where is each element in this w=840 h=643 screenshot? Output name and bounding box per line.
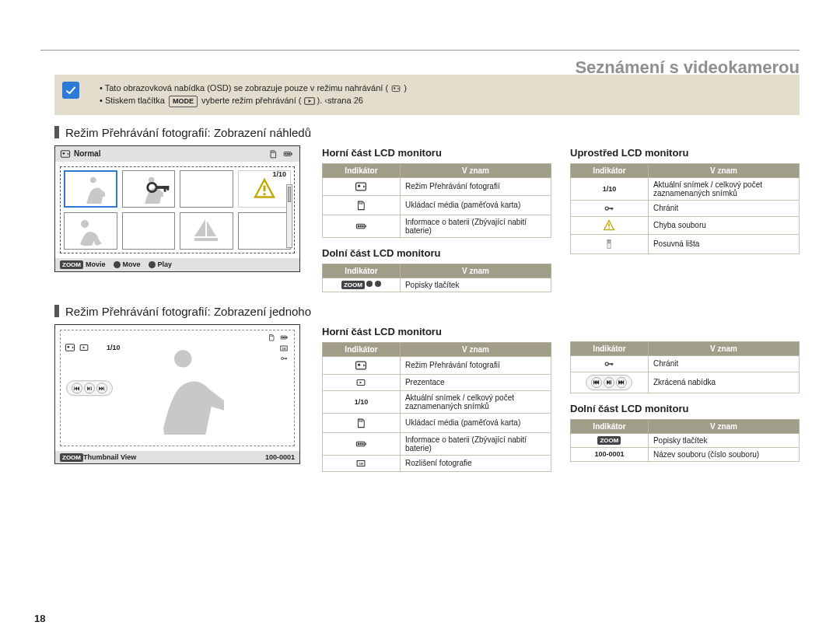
table-row: ⏮⏯⏭Zkrácená nabídka [571,372,800,393]
battery-icon [353,221,369,232]
note-line-1: • Tato obrazovková nabídka (OSD) se zobr… [100,82,790,95]
slideshow-icon [79,342,89,353]
header-rule [40,50,800,51]
sd-card-icon [355,416,366,430]
table-row: Chránit [571,355,800,372]
table-row: Režim Přehrávání fotografií [323,356,551,374]
camera-mode-icon [390,84,401,93]
scrollbar-icon [604,237,614,251]
s2-left-heading: Horní část LCD monitoru [322,326,551,337]
table-row: Prezentace [323,374,551,390]
sd-card-icon [268,149,278,159]
thumbnail-scrollbar[interactable] [286,184,292,248]
s2-right-heading: Dolní část LCD monitoru [570,403,800,414]
zoom-badge: ZOOM [60,260,83,269]
thumb-5[interactable] [64,212,117,250]
resolution-icon [353,458,369,469]
lcd-single-preview: 1/10 ⏮ [54,324,300,464]
table-row: Informace o baterii (Zbývající nabití ba… [323,432,551,455]
table-row: Chyba souboru [571,216,800,234]
nav-play-icon[interactable]: ⏯ [84,383,95,394]
move-dot-icon [114,261,121,268]
nav-prev-icon[interactable]: ⏮ [72,383,82,394]
s2-right-top-table: IndikátorV znam Chránit ⏮⏯⏭Zkrácená nabí… [570,341,800,393]
photo-play-icon [354,180,368,193]
table-row: 1/10Aktuální snímek / celkový počet zazn… [323,390,551,413]
zoom-badge-icon: ZOOM [341,281,365,289]
section-2-heading: Režim Přehrávání fotografií: Zobrazení j… [54,305,800,318]
photo-play-icon [60,149,71,159]
mode-pill: MODE [169,96,198,107]
table-row: Posuvná lišta [571,234,800,253]
thumb-2[interactable] [122,170,176,208]
thumb-3[interactable] [180,170,233,208]
nav-cluster-icon: ⏮⏯⏭ [586,375,632,390]
photo-play-icon [354,359,368,372]
manual-page: Seznámení s videokamerou 18 • Tato obraz… [0,0,840,643]
section-1-heading: Režim Přehrávání fotografií: Zobrazení n… [54,126,800,139]
thumbnail-view-label: Thumbnail View [83,453,136,461]
zoom-badge: ZOOM [60,453,83,462]
table-row: Chránit [571,200,800,216]
svg-marker-29 [308,100,311,103]
thumb-6[interactable] [122,212,176,250]
resolution-icon [278,344,290,353]
s2-left-table: IndikátorV znam Režim Přehrávání fotogra… [322,342,551,472]
key-icon [601,358,617,369]
play-label: Play [158,260,173,268]
battery-icon [278,334,290,341]
table-row: Režim Přehrávání fotografií [323,177,551,195]
battery-icon [353,439,369,449]
table-row: Ukládací média (paměťová karta) [323,413,551,432]
top-lcd-table: IndikátorV znam Režim Přehrávání fotogra… [322,163,551,238]
s2-right-bot-table: IndikátorV znam ZOOMPopisky tlačítek 100… [570,419,800,462]
thumbnail-grid [64,170,291,250]
nav-cluster[interactable]: ⏮ ⏯ ⏭ [66,379,113,397]
thumb-8[interactable] [238,212,292,250]
sd-card-icon [268,333,275,342]
bottom-lcd-table: IndikátorV znam ZOOM Popisky tlačítek [322,264,551,292]
bottom-lcd-heading: Dolní část LCD monitoru [322,247,551,259]
thumb-7[interactable] [180,212,233,250]
page-number: 18 [34,613,45,624]
mid-lcd-table: IndikátorV znam 1/10Aktuální snímek / ce… [570,163,800,254]
file-number-label: 100-0001 [265,453,295,461]
key-icon [278,355,290,362]
nav-next-icon[interactable]: ⏭ [96,383,107,394]
movie-label: Movie [86,260,106,268]
table-row: 1/10Aktuální snímek / celkový počet zazn… [571,177,800,200]
battery-icon [281,149,295,159]
table-row: 100-0001Název souboru (číslo souboru) [571,447,800,461]
table-row: ZOOMPopisky tlačítek [571,433,800,447]
sd-card-icon [355,198,366,212]
table-row: Informace o baterii (Zbývající nabití ba… [323,215,551,237]
photo-play-icon [65,342,75,353]
note-line-2: • Stiskem tlačítka MODE vyberte režim př… [100,95,790,107]
table-row: Rozlišení fotografie [323,455,551,471]
single-count: 1/10 [107,344,121,351]
lcd-mode-label: Normal [74,149,100,158]
top-lcd-heading: Horní část LCD monitoru [322,147,551,159]
slideshow-icon [354,377,368,388]
play-dot-icon [149,261,156,268]
warning-icon [603,219,615,232]
playback-mode-icon [304,97,315,105]
mid-lcd-heading: Uprostřed LCD monitoru [570,147,800,159]
table-row: Ukládací média (paměťová karta) [323,195,551,215]
key-icon [601,203,617,214]
note-box: • Tato obrazovková nabídka (OSD) se zobr… [54,75,800,115]
thumb-1[interactable] [64,170,117,208]
lcd-thumbnail-preview: Normal 1/10 [54,145,300,272]
move-label: Move [123,260,141,268]
check-icon [62,82,79,99]
frame-count: 1/10 [272,170,286,178]
zoom-badge-icon: ZOOM [597,436,621,445]
table-row: ZOOM Popisky tlačítek [323,278,551,292]
